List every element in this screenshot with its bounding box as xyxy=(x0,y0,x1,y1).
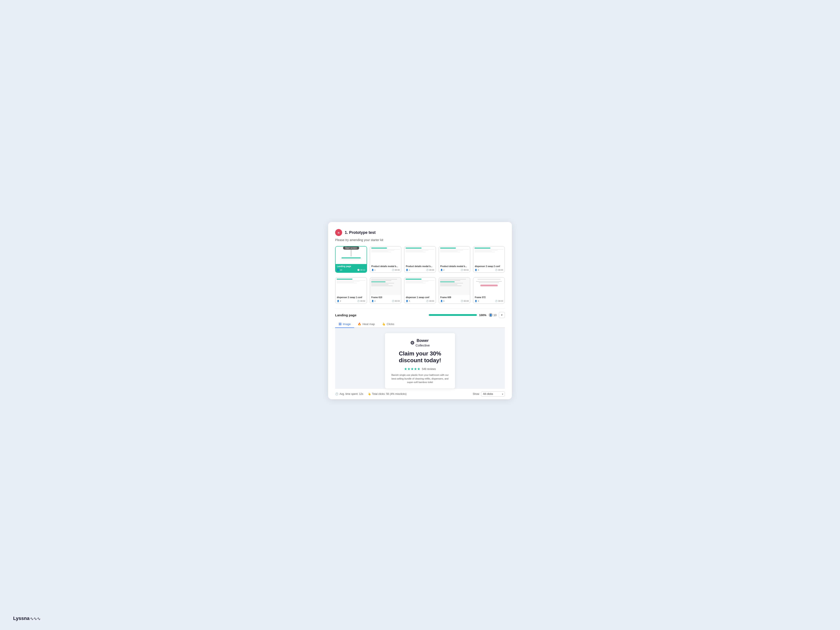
progress-bar xyxy=(429,314,477,316)
frame-meta-product2: 👤 1 🕐 00:00 xyxy=(404,268,436,272)
logo-text: BowerCollective xyxy=(415,338,429,347)
lyssna-logo: Lyssna ∿∿∿ xyxy=(13,616,41,621)
frame-thumb-dispenser1swap xyxy=(404,278,436,295)
meta-time: 🕐 00:08 xyxy=(461,300,469,302)
avatar: n xyxy=(335,229,342,236)
subtitle: Please try amending your starter kit xyxy=(335,238,505,242)
user-meta-icon: 👤 xyxy=(406,269,408,271)
meta-time: 🕐 00:00 xyxy=(392,269,400,271)
meta-time: 🕐 00:12 xyxy=(357,269,365,271)
frame-label-landing: Landing page xyxy=(336,264,366,268)
dropdown-button[interactable]: ▾ xyxy=(499,312,505,318)
clock-icon: 🕐 xyxy=(335,392,338,395)
frame-label-frame610: Frame 610 xyxy=(370,295,401,299)
frame-card-dispenser2swap1[interactable]: dispenser 2 swap 1 conf 👤 2 🕐 00:02 xyxy=(335,277,367,304)
clock-meta-icon: 🕐 xyxy=(426,300,428,302)
frame-card-landing[interactable]: Start screen Landing page 👤 10 🕐 00:12 xyxy=(335,246,367,273)
meta-time-val: 00:03 xyxy=(429,300,434,302)
meta-time: 🕐 00:03 xyxy=(426,300,434,302)
preview-card: ⚙ BowerCollective Claim your 30% discoun… xyxy=(385,333,455,388)
preview-area: ⚙ BowerCollective Claim your 30% discoun… xyxy=(335,328,505,388)
frame-meta-frame610: 👤 4 🕐 00:03 xyxy=(370,299,401,303)
frames-grid-row2: dispenser 2 swap 1 conf 👤 2 🕐 00:02 Fram… xyxy=(335,277,505,304)
frame-label-product3: Product details modal b... xyxy=(439,264,470,268)
bottom-bar: 🕐 Avg. time spent: 12s 👆 Total clicks: 5… xyxy=(335,388,505,399)
frames-grid-row1: Start screen Landing page 👤 10 🕐 00:12 P… xyxy=(335,246,505,273)
frame-meta-dispenser2conf: 👤 0 🕐 00:00 xyxy=(474,268,504,272)
frame-card-dispenser2conf[interactable]: dispenser 2 swap 2 conf 👤 0 🕐 00:00 xyxy=(473,246,505,273)
meta-users: 👤 9 xyxy=(475,300,479,302)
lyssna-text: Lyssna xyxy=(13,616,30,621)
landing-section: Landing page 100% 👤 10 ▾ 🖼Image🔥Heat map… xyxy=(335,308,505,399)
bower-logo: ⚙ BowerCollective xyxy=(410,338,429,347)
landing-section-title: Landing page xyxy=(335,313,357,317)
clock-meta-icon: 🕐 xyxy=(495,269,497,271)
meta-users-val: 4 xyxy=(374,300,376,302)
frame-card-product3[interactable]: Product details modal b... 👤 2 🕐 00:02 xyxy=(439,246,471,273)
landing-right: 100% 👤 10 ▾ xyxy=(429,312,505,318)
page-title: 1. Prototype test xyxy=(345,231,376,235)
clock-meta-icon: 🕐 xyxy=(426,269,428,271)
frame-label-dispenser2conf: dispenser 2 swap 2 conf xyxy=(474,264,504,268)
user-meta-icon: 👤 xyxy=(406,300,408,302)
meta-users-val: 9 xyxy=(478,300,479,302)
frame-thumb-dispenser2conf xyxy=(474,246,504,264)
cursor-icon: 👆 xyxy=(368,392,371,395)
frame-label-dispenser1swap: dispenser 1 swap conf xyxy=(404,295,436,299)
tab-image[interactable]: 🖼Image xyxy=(335,321,354,328)
meta-users-val: 6 xyxy=(444,300,445,302)
bottom-stats: 🕐 Avg. time spent: 12s 👆 Total clicks: 5… xyxy=(335,392,407,395)
tab-clicks[interactable]: 👆Clicks xyxy=(379,321,398,328)
meta-users-val: 1 xyxy=(374,269,376,271)
meta-time-val: 00:00 xyxy=(395,269,400,271)
meta-time-val: 00:03 xyxy=(395,300,400,302)
frame-card-frame572[interactable]: Frame 572 👤 9 🕐 00:03 xyxy=(473,277,505,304)
frame-card-product1[interactable]: Product details modal b... 👤 1 🕐 00:00 xyxy=(370,246,402,273)
frame-meta-dispenser2swap1: 👤 2 🕐 00:02 xyxy=(336,299,366,303)
frame-card-frame610[interactable]: Frame 610 👤 4 🕐 00:03 xyxy=(370,277,402,304)
meta-time: 🕐 00:03 xyxy=(495,300,503,302)
frame-thumb-product1 xyxy=(370,246,401,264)
avg-time-stat: 🕐 Avg. time spent: 12s xyxy=(335,392,363,395)
tab-icon-image: 🖼 xyxy=(339,322,341,326)
landing-header: Landing page 100% 👤 10 ▾ xyxy=(335,312,505,318)
logo-icon: ⚙ xyxy=(410,340,415,346)
user-meta-icon: 👤 xyxy=(337,269,339,271)
frame-card-dispenser1swap[interactable]: dispenser 1 swap conf 👤 5 🕐 00:03 xyxy=(404,277,436,304)
frame-thumb-dispenser2swap1 xyxy=(336,278,366,295)
stars-row: ★★★★★ 549 reviews xyxy=(404,367,436,371)
meta-time-val: 00:12 xyxy=(360,269,365,271)
frame-thumb-product3 xyxy=(439,246,470,264)
frame-thumb-frame572 xyxy=(474,278,504,295)
meta-time: 🕐 00:03 xyxy=(392,300,400,302)
tab-label-image: Image xyxy=(343,322,351,326)
meta-users: 👤 10 xyxy=(337,269,342,271)
total-clicks-stat: 👆 Total clicks: 56 (4% misclicks) xyxy=(368,392,407,395)
user-count-val: 10 xyxy=(494,313,497,317)
tabs-row: 🖼Image🔥Heat map👆Clicks xyxy=(335,321,505,328)
total-clicks-label: Total clicks: 56 (4% misclicks) xyxy=(372,392,407,395)
meta-users-val: 5 xyxy=(409,300,410,302)
meta-users: 👤 0 xyxy=(475,269,479,271)
main-card: n 1. Prototype test Please try amending … xyxy=(328,222,512,399)
show-select-wrap: All clicks Misclicks only Non-misclicks xyxy=(481,392,505,396)
preview-desc: Banish single-use plastic from your bath… xyxy=(391,373,449,384)
frame-label-dispenser2swap1: dispenser 2 swap 1 conf xyxy=(336,295,366,299)
show-select[interactable]: All clicks Misclicks only Non-misclicks xyxy=(481,392,505,396)
meta-users: 👤 4 xyxy=(371,300,376,302)
meta-time-val: 00:02 xyxy=(464,269,469,271)
user-meta-icon: 👤 xyxy=(475,269,477,271)
preview-heading: Claim your 30% discount today! xyxy=(391,350,449,364)
meta-users-val: 2 xyxy=(340,300,341,302)
tab-heatmap[interactable]: 🔥Heat map xyxy=(354,321,378,328)
frame-label-frame609: Frame 609 xyxy=(439,295,470,299)
user-meta-icon: 👤 xyxy=(371,300,374,302)
meta-users: 👤 2 xyxy=(441,269,445,271)
meta-users: 👤 6 xyxy=(441,300,445,302)
frame-card-frame609[interactable]: Frame 609 👤 6 🕐 00:08 xyxy=(439,277,471,304)
avg-time-label: Avg. time spent: 12s xyxy=(339,392,363,395)
frame-card-product2[interactable]: Product details modal b... 👤 1 🕐 00:00 xyxy=(404,246,436,273)
lyssna-wave: ∿∿∿ xyxy=(30,616,41,621)
user-icon: 👤 xyxy=(489,313,493,317)
user-meta-icon: 👤 xyxy=(441,300,443,302)
